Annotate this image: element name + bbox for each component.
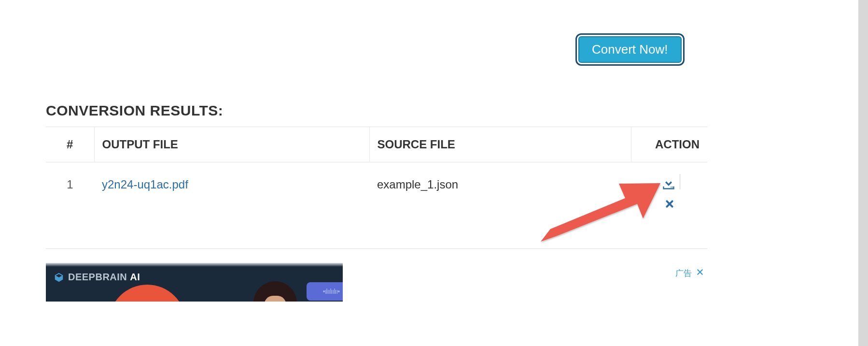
results-section-title: CONVERSION RESULTS: (46, 102, 223, 119)
table-row: 1 y2n24-uq1ac.pdf example_1.json (46, 162, 707, 249)
ad-audio-widget: •ılıılıılıı• (307, 282, 343, 301)
ad-close-icon[interactable] (696, 268, 704, 278)
action-icons-container (639, 178, 700, 210)
action-separator (680, 174, 680, 189)
ad-brand-suffix: AI (130, 272, 140, 282)
waveform-icon: •ılıılıılıı• (323, 288, 339, 295)
row-index: 1 (46, 162, 94, 249)
cube-icon (54, 272, 64, 283)
conversion-results-table: # OUTPUT FILE SOURCE FILE ACTION 1 y2n24… (46, 127, 707, 249)
output-file-link[interactable]: y2n24-uq1ac.pdf (102, 178, 188, 191)
ad-brand-logo: DEEPBRAIN AI (54, 272, 140, 283)
convert-button-label: Convert Now! (592, 42, 668, 57)
header-action: ACTION (631, 127, 707, 162)
ad-creative[interactable]: DEEPBRAIN AI •ılıılıılıı• (46, 263, 343, 302)
svg-rect-0 (671, 187, 672, 187)
ad-brand-text: DEEPBRAIN (68, 272, 127, 282)
header-source-file: SOURCE FILE (369, 127, 631, 162)
table-header-row: # OUTPUT FILE SOURCE FILE ACTION (46, 127, 707, 162)
header-output-file: OUTPUT FILE (94, 127, 369, 162)
ad-badge: 广告 (675, 268, 692, 279)
delete-icon[interactable] (664, 198, 675, 210)
convert-now-button[interactable]: Convert Now! (578, 36, 682, 63)
scrollbar-track[interactable] (858, 0, 868, 346)
ad-right-panel: 广告 (343, 263, 707, 302)
ad-avatar (253, 281, 297, 302)
source-file-cell: example_1.json (369, 162, 631, 249)
ad-avatar-face (264, 296, 286, 302)
header-index: # (46, 127, 94, 162)
ad-banner: DEEPBRAIN AI •ılıılıılıı• 广告 (46, 263, 707, 302)
ad-red-shape (109, 285, 186, 302)
download-icon[interactable] (662, 178, 675, 189)
svg-rect-1 (672, 187, 673, 187)
